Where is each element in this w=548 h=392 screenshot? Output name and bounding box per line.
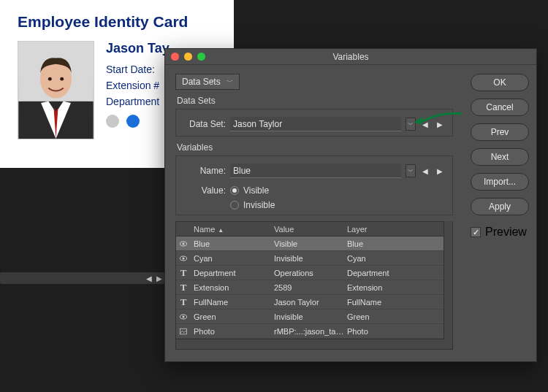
table-footer bbox=[176, 339, 452, 349]
variable-prev-arrow[interactable]: ◀ bbox=[420, 167, 430, 175]
table-row[interactable]: TDepartmentOperationsDepartment bbox=[176, 266, 452, 280]
scroll-left-icon: ◀ bbox=[144, 274, 154, 283]
cell-value: Jason Taylor bbox=[271, 298, 344, 307]
variable-next-arrow[interactable]: ▶ bbox=[435, 167, 445, 175]
eye-icon bbox=[176, 312, 191, 321]
svg-point-8 bbox=[183, 257, 185, 259]
radio-invisible[interactable] bbox=[230, 201, 239, 210]
check-icon: ✓ bbox=[471, 227, 481, 237]
mode-dropdown[interactable]: Data Sets ﹀ bbox=[175, 74, 240, 90]
cell-value: Visible bbox=[271, 239, 344, 248]
cell-name: Extension bbox=[191, 283, 271, 292]
cell-value: Invisible bbox=[271, 254, 344, 263]
cell-name: Blue bbox=[191, 239, 271, 248]
eye-icon bbox=[176, 239, 191, 248]
variable-name-input[interactable] bbox=[230, 164, 401, 178]
chevron-down-icon: ﹀ bbox=[227, 77, 233, 87]
text-icon: T bbox=[176, 296, 191, 308]
cell-value: rMBP:...:jason_taylor.jpg bbox=[271, 327, 344, 336]
table-row[interactable]: TFullNameJason TaylorFullName bbox=[176, 295, 452, 310]
variables-fieldset: Name: ﹀ ◀ ▶ Value: Visible Invisible bbox=[175, 155, 453, 215]
table-row[interactable]: CyanInvisibleCyan bbox=[176, 251, 452, 266]
col-value[interactable]: Value bbox=[271, 225, 344, 234]
table-row[interactable]: BlueVisibleBlue bbox=[176, 237, 452, 251]
cell-layer: Photo bbox=[344, 327, 439, 336]
color-dot-blue bbox=[126, 115, 140, 128]
eye-icon bbox=[176, 254, 191, 263]
cancel-button[interactable]: Cancel bbox=[471, 99, 529, 116]
col-name[interactable]: Name▲ bbox=[191, 225, 271, 234]
cell-name: FullName bbox=[191, 298, 271, 307]
variables-table: Name▲ Value Layer BlueVisibleBlueCyanInv… bbox=[175, 221, 453, 350]
cell-layer: Blue bbox=[344, 239, 439, 248]
table-row[interactable]: PhotorMBP:...:jason_taylor.jpgPhoto bbox=[176, 324, 452, 339]
cell-layer: Department bbox=[344, 269, 439, 277]
dataset-label: Data Set: bbox=[183, 119, 226, 129]
titlebar[interactable]: Variables bbox=[165, 49, 536, 65]
radio-visible[interactable] bbox=[230, 186, 239, 195]
import-button[interactable]: Import... bbox=[471, 173, 529, 191]
cell-name: Green bbox=[191, 312, 271, 321]
cell-layer: Extension bbox=[344, 283, 439, 292]
cell-value: Invisible bbox=[271, 312, 344, 321]
variable-name-label: Name: bbox=[183, 166, 226, 176]
table-header: Name▲ Value Layer bbox=[176, 222, 452, 237]
cell-layer: FullName bbox=[344, 298, 439, 307]
apply-button[interactable]: Apply bbox=[471, 198, 529, 215]
cell-name: Cyan bbox=[191, 254, 271, 263]
scroll-right-icon: ▶ bbox=[154, 274, 164, 283]
dataset-prev-arrow[interactable]: ◀ bbox=[420, 120, 430, 128]
section-variables-label: Variables bbox=[177, 142, 453, 153]
cell-layer: Cyan bbox=[344, 254, 439, 263]
cell-value: 2589 bbox=[271, 283, 344, 292]
svg-point-6 bbox=[183, 242, 185, 245]
variable-value-label: Value: bbox=[183, 185, 226, 196]
horizontal-scrollbar[interactable]: ◀ ▶ bbox=[0, 272, 164, 284]
ok-button[interactable]: OK bbox=[471, 74, 529, 91]
svg-rect-11 bbox=[180, 328, 187, 334]
svg-point-4 bbox=[60, 77, 64, 81]
datasets-fieldset: Data Set: ﹀ ◀ ▶ bbox=[175, 109, 453, 137]
dataset-dropdown-toggle[interactable]: ﹀ bbox=[406, 118, 416, 131]
cell-name: Photo bbox=[191, 327, 271, 336]
svg-point-10 bbox=[183, 315, 185, 318]
dialog-title: Variables bbox=[165, 52, 536, 62]
mode-dropdown-label: Data Sets bbox=[182, 77, 221, 87]
prev-button[interactable]: Prev bbox=[471, 123, 529, 141]
cell-name: Department bbox=[191, 269, 271, 277]
next-button[interactable]: Next bbox=[471, 148, 529, 166]
card-title: Employee Identity Card bbox=[18, 13, 216, 31]
cell-value: Operations bbox=[271, 269, 344, 277]
table-row[interactable]: TExtension2589Extension bbox=[176, 280, 452, 295]
text-icon: T bbox=[176, 267, 191, 279]
svg-point-3 bbox=[48, 77, 52, 81]
sort-asc-icon: ▲ bbox=[218, 227, 224, 234]
table-vertical-scrollbar[interactable] bbox=[444, 221, 452, 339]
variables-dialog: Variables Data Sets ﹀ Data Sets Data Set… bbox=[164, 48, 537, 362]
radio-invisible-label: Invisible bbox=[243, 200, 275, 210]
preview-label: Preview bbox=[485, 226, 527, 239]
dataset-input[interactable] bbox=[230, 117, 401, 131]
color-dot-gray bbox=[106, 115, 119, 128]
table-row[interactable]: GreenInvisibleGreen bbox=[176, 310, 452, 324]
employee-photo bbox=[18, 41, 94, 139]
preview-checkbox[interactable]: ✓ Preview bbox=[471, 226, 529, 239]
section-datasets-label: Data Sets bbox=[177, 96, 453, 106]
image-icon bbox=[176, 327, 191, 336]
cell-layer: Green bbox=[344, 312, 439, 321]
radio-visible-label: Visible bbox=[243, 185, 269, 196]
text-icon: T bbox=[176, 282, 191, 293]
variable-name-dropdown-toggle[interactable]: ﹀ bbox=[406, 164, 416, 177]
col-layer[interactable]: Layer bbox=[344, 225, 439, 234]
dataset-next-arrow[interactable]: ▶ bbox=[435, 120, 445, 128]
